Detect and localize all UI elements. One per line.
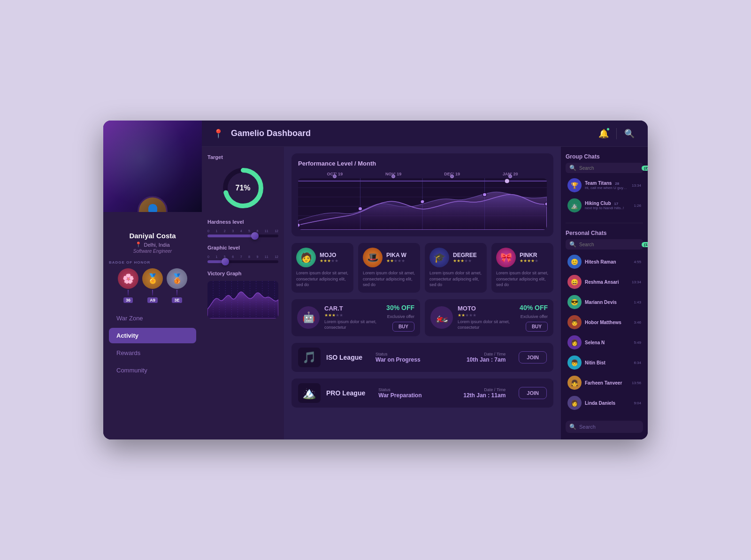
- sidebar-item-rewards[interactable]: Rewards: [109, 345, 196, 361]
- game-card-pikaw[interactable]: 🎩 PIKA W ★★★★★ Lorem ipsum dolor sit ame…: [358, 243, 420, 293]
- game-avatar: 🎓: [429, 248, 449, 267]
- personal-chat-hitesh[interactable]: 😊 Hitesh Raman 4:55: [566, 252, 643, 271]
- graphic-thumb[interactable]: [222, 258, 229, 265]
- join-button-pro[interactable]: JOIN: [519, 387, 547, 399]
- graphic-widget: Graphic level 01 56 78 9 1112: [207, 245, 278, 263]
- promo-desc: Lorem ipsum dolor sit amet, consectetur: [324, 319, 382, 330]
- promo-info: MOTO ★★★★★ Lorem ipsum dolor sit amet, c…: [458, 305, 515, 330]
- badge-ribbon: [152, 290, 153, 295]
- svg-point-22: [421, 200, 424, 204]
- group-chat-item-titans[interactable]: 🏆 Team Titans 28 Hi, call me when U guys…: [566, 176, 643, 195]
- sidebar-item-warzone[interactable]: War Zone: [109, 310, 196, 326]
- league-status: Status War Preparation: [378, 387, 421, 399]
- personal-search-input[interactable]: [579, 242, 639, 247]
- victory-wave-svg: [207, 281, 278, 318]
- hardness-title: Hardness level: [207, 219, 278, 225]
- chat-name: Hobor Matthews: [585, 320, 630, 325]
- graphic-track[interactable]: [207, 260, 278, 263]
- personal-chat-linda[interactable]: 👩 Linda Daniels 9:04: [566, 394, 643, 412]
- group-search-icon: 🔍: [569, 165, 576, 171]
- join-button-iso[interactable]: JOIN: [519, 351, 547, 363]
- target-title: Target: [207, 154, 278, 160]
- bottom-search[interactable]: 🔍 Search: [566, 421, 643, 433]
- bottom-search-icon: 🔍: [569, 424, 576, 430]
- game-card-pinkr[interactable]: 🎀 PINKR ★★★★★ Lorem ipsum dolor sit amet…: [491, 243, 553, 293]
- personal-chat-farheen[interactable]: 👧 Farheen Tanveer 13:56: [566, 373, 643, 392]
- victory-chart: [207, 281, 278, 318]
- league-date-value: 10th Jan : 7am: [467, 356, 506, 363]
- personal-chat-count: (13): [642, 242, 648, 247]
- chat-preview: next trip to Nandi hills..!: [585, 206, 630, 210]
- game-card-header: 🎩 PIKA W ★★★★★: [363, 248, 415, 267]
- group-chats-title: Group Chats: [566, 153, 643, 160]
- promo-name: CAR.T: [324, 305, 382, 312]
- main-content: 📍 Gamelio Dashboard 🔔 🔍 Target: [202, 121, 648, 439]
- chat-avatar: 👩: [567, 396, 582, 410]
- chat-time: 3:46: [634, 320, 641, 325]
- game-stars: ★★★★★: [320, 258, 338, 263]
- promo-card-cart[interactable]: 🤖 CAR.T ★★★★★ Lorem ipsum dolor sit amet…: [291, 299, 420, 336]
- victory-title: Victory Graph: [207, 271, 278, 276]
- promo-exclusive: Exclusive offer: [387, 314, 414, 319]
- badge-ribbon: [176, 290, 177, 295]
- chat-name: Hiking Club 17: [585, 201, 630, 206]
- buy-button-moto[interactable]: BUY: [526, 322, 548, 332]
- brand-icon: 📍: [213, 129, 223, 139]
- chat-avatar: 😎: [567, 295, 582, 309]
- chat-time: 13:56: [632, 381, 641, 385]
- game-card-mojo[interactable]: 🧑 MOJO ★★★★★ Lorem ipsum dolor sit amet,…: [291, 243, 353, 293]
- perf-month-4: JAN' 20: [503, 172, 518, 176]
- group-chat-item-hiking[interactable]: ⛰️ Hiking Club 17 next trip to Nandi hil…: [566, 196, 643, 215]
- chat-info: Linda Daniels: [585, 401, 630, 406]
- personal-chat-hobor[interactable]: 👨 Hobor Matthews 3:46: [566, 313, 643, 332]
- chat-avatar: ⛰️: [567, 198, 582, 212]
- personal-chat-search[interactable]: 🔍 (13): [566, 239, 643, 250]
- promo-card-moto[interactable]: 🏍️ MOTO ★★★★★ Lorem ipsum dolor sit amet…: [425, 299, 553, 336]
- target-widget: Target 71%: [207, 154, 278, 212]
- personal-chat-mariann[interactable]: 😎 Mariann Devis 1:43: [566, 293, 643, 311]
- badge-circle-silver: 🥉: [167, 268, 187, 289]
- sidebar-item-activity[interactable]: Activity: [109, 328, 196, 343]
- promo-discount: 30% OFF: [386, 304, 414, 311]
- chat-time: 6:34: [634, 361, 641, 365]
- game-cards-grid: 🧑 MOJO ★★★★★ Lorem ipsum dolor sit amet,…: [291, 243, 553, 293]
- badge-item: 🏅 A9: [142, 268, 163, 303]
- search-button[interactable]: 🔍: [622, 127, 636, 141]
- personal-chat-selena[interactable]: 👩 Selena N 5:49: [566, 333, 643, 352]
- chat-name: Nitin Bist: [585, 360, 630, 365]
- buy-button-cart[interactable]: BUY: [392, 322, 414, 332]
- notification-button[interactable]: 🔔: [597, 127, 611, 141]
- hardness-thumb[interactable]: [251, 232, 259, 240]
- league-row-iso[interactable]: 🎵 ISO League Status War on Progress Date…: [291, 343, 553, 372]
- game-card-degree[interactable]: 🎓 DEGREE ★★★★★ Lorem ipsum dolor sit ame…: [425, 243, 487, 293]
- sidebar-item-community[interactable]: Community: [109, 363, 196, 378]
- badge-item: 🌸 36: [118, 268, 138, 303]
- league-name: PRO League: [326, 389, 365, 397]
- nav-section: War Zone Activity Rewards Community: [103, 307, 202, 439]
- league-row-pro[interactable]: 🏔️ PRO League Status War Preparation Dat…: [291, 378, 553, 408]
- personal-chat-reshma[interactable]: 😄 Reshma Ansari 13:34: [566, 272, 643, 291]
- league-date-label: Date / Time: [463, 387, 506, 392]
- avatar-image: 👤: [139, 197, 166, 212]
- chat-name: Selena N: [585, 340, 630, 345]
- chat-time: 13:34: [632, 280, 641, 284]
- badge-num-2: A9: [147, 297, 158, 303]
- chat-info: Hiking Club 17 next trip to Nandi hills.…: [585, 201, 630, 210]
- group-search-input[interactable]: [579, 166, 639, 171]
- chat-avatar: 👩: [567, 335, 582, 349]
- badges-row: 🌸 36 🏅 A9 🥉 3E: [109, 268, 196, 303]
- hardness-track[interactable]: [207, 235, 278, 237]
- group-chats-section: Group Chats 🔍 (2) 🏆 Team Titans 28: [566, 153, 643, 216]
- notification-dot: [606, 128, 610, 131]
- victory-graph-widget: Victory Graph: [207, 271, 278, 432]
- chat-info: Mariann Devis: [585, 300, 630, 305]
- personal-chat-nitin[interactable]: 👦 Nitin Bist 6:34: [566, 353, 643, 372]
- group-chat-search[interactable]: 🔍 (2): [566, 163, 643, 173]
- svg-point-21: [358, 207, 362, 211]
- graphic-labels: 01 56 78 9 1112: [207, 255, 278, 258]
- game-desc: Lorem ipsum dolor sit amet, consectetur …: [429, 270, 482, 288]
- perf-month-1: OCT' 19: [327, 172, 343, 176]
- game-card-header: 🎀 PINKR ★★★★★: [496, 248, 549, 267]
- badge-num-1: 36: [123, 297, 133, 303]
- game-stars: ★★★★★: [386, 258, 406, 263]
